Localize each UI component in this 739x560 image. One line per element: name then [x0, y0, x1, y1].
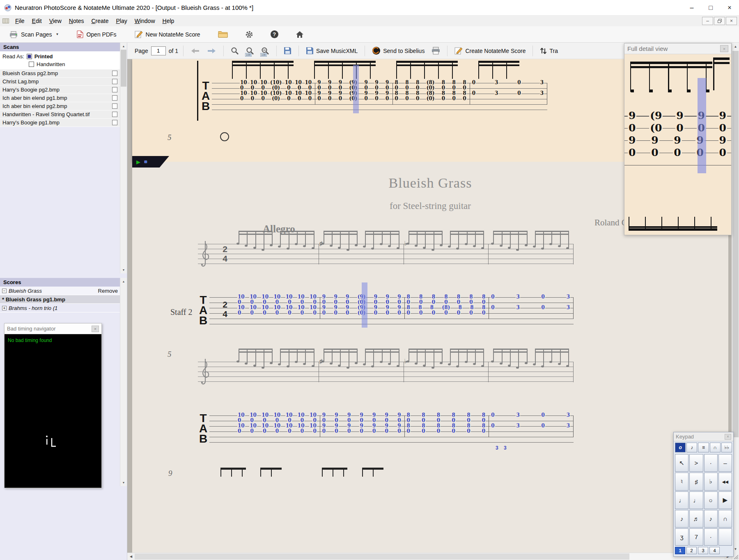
zoom-out-button[interactable]: 100: [259, 46, 271, 56]
menu-file[interactable]: File: [11, 16, 28, 25]
blank-button[interactable]: [718, 528, 732, 546]
zoom-tool-button[interactable]: [229, 46, 241, 56]
stop-icon[interactable]: ■: [144, 159, 147, 164]
scan-file-row[interactable]: Ich aber bin elend pg1.bmp: [0, 94, 120, 102]
scans-scrollbar[interactable]: ▲ ▼: [120, 43, 127, 273]
eighth-rest-button[interactable]: 7: [689, 528, 703, 546]
child-close-button[interactable]: ×: [726, 17, 737, 25]
scan-file-checkbox[interactable]: [112, 120, 117, 125]
natural-button[interactable]: ♮: [675, 473, 689, 490]
scores-scrollbar[interactable]: ▲ ▼: [120, 278, 127, 486]
help-button[interactable]: ?: [267, 28, 282, 40]
sharp-button[interactable]: ♯: [689, 473, 703, 490]
crotchet-button[interactable]: ♩: [689, 491, 703, 509]
dot-button[interactable]: ·: [704, 528, 718, 546]
menu-notes[interactable]: Notes: [65, 16, 88, 25]
scan-pages-button[interactable]: Scan Pages ▼: [5, 29, 63, 40]
scan-file-checkbox[interactable]: [112, 103, 117, 109]
scan-file-checkbox[interactable]: [112, 79, 117, 84]
scan-file-row[interactable]: Ich aber bin elend pg2.bmp: [0, 102, 120, 110]
send-to-sibelius-button[interactable]: Send to Sibelius: [370, 45, 427, 56]
staccato-button[interactable]: ·: [704, 454, 718, 472]
score-page-item[interactable]: * Blueish Grass pg1.bmp: [0, 295, 120, 304]
tab-barlines[interactable]: ≡: [698, 443, 709, 452]
horizontal-scrollbar[interactable]: ◀ ▶: [127, 553, 732, 560]
pointer-button[interactable]: ↖: [675, 454, 689, 472]
open-pdfs-button[interactable]: Open PDFs: [73, 28, 120, 40]
printed-checkbox[interactable]: [27, 54, 32, 59]
scroll-down-icon[interactable]: ▼: [120, 266, 127, 273]
scroll-down-icon[interactable]: ▼: [120, 479, 127, 486]
scan-file-row[interactable]: Harry's Boogie pg1.bmp: [0, 119, 120, 127]
scroll-left-icon[interactable]: ◀: [127, 553, 135, 560]
menu-play[interactable]: Play: [112, 16, 131, 25]
scan-file-checkbox[interactable]: [112, 87, 117, 92]
dropdown-caret-icon[interactable]: ▼: [56, 32, 59, 36]
eighth-note-button[interactable]: ♪: [675, 510, 689, 527]
whole-note-button[interactable]: ○: [704, 491, 718, 509]
score-item-brahms[interactable]: + Brahms - horn trio (1: [0, 304, 120, 312]
save-musicxml-button[interactable]: Save MusicXML: [304, 46, 360, 56]
next-page-button[interactable]: [205, 47, 218, 55]
zoom-in-button[interactable]: 100: [244, 46, 256, 56]
menu-help[interactable]: Help: [159, 16, 178, 25]
tenuto-button[interactable]: –: [718, 454, 732, 472]
score-item-blueish-grass[interactable]: − Blueish Grass Remove: [0, 287, 120, 295]
scan-file-checkbox[interactable]: [112, 71, 117, 76]
create-notateme-score-button[interactable]: Create NotateMe Score: [452, 46, 528, 56]
remove-button[interactable]: Remove: [98, 288, 118, 294]
sixteenth-note-button[interactable]: ♬: [689, 510, 703, 527]
voice-3-button[interactable]: 3: [698, 547, 708, 554]
full-detail-notation[interactable]: 9(99990(00009999900000: [624, 54, 731, 235]
voice-4-button[interactable]: 4: [709, 547, 720, 554]
print-button[interactable]: [429, 46, 442, 56]
close-icon[interactable]: ×: [725, 434, 731, 440]
scrollbar-thumb[interactable]: [121, 50, 126, 87]
tab-notes[interactable]: o: [675, 443, 686, 452]
tab-slurs[interactable]: ∩: [710, 443, 721, 452]
expand-icon[interactable]: +: [2, 306, 7, 310]
menu-view[interactable]: View: [46, 16, 65, 25]
scan-file-checkbox[interactable]: [112, 112, 117, 117]
child-restore-button[interactable]: [714, 17, 725, 25]
tab-beams[interactable]: ♪: [686, 443, 697, 452]
play-icon[interactable]: ▶: [136, 159, 140, 165]
scroll-up-icon[interactable]: ▲: [120, 43, 127, 50]
quarter-rest-button[interactable]: ʒ: [675, 528, 689, 546]
scan-file-row[interactable]: Blueish Grass pg2.bmp: [0, 69, 120, 78]
scrollbar-thumb[interactable]: [135, 553, 629, 560]
play-button[interactable]: ▶: [718, 491, 732, 509]
flat-button[interactable]: ♭: [704, 473, 718, 490]
menu-window[interactable]: Window: [131, 16, 159, 25]
scan-file-checkbox[interactable]: [112, 95, 117, 101]
new-notateme-score-button[interactable]: New NotateMe Score: [131, 28, 204, 40]
scan-file-row[interactable]: Handwritten - Ravel String Quartet.tif: [0, 110, 120, 119]
handwritten-checkbox[interactable]: [29, 62, 34, 67]
tab-accidentals[interactable]: ♭♭: [721, 443, 732, 452]
scan-file-row[interactable]: Christ Lag.bmp: [0, 78, 120, 86]
page-number-input[interactable]: [151, 46, 166, 55]
quaver-button[interactable]: ♪: [704, 510, 718, 527]
open-folder-button[interactable]: [214, 29, 232, 40]
collapse-icon[interactable]: −: [2, 289, 7, 293]
tie-button[interactable]: ∩: [718, 510, 732, 527]
save-button[interactable]: [282, 46, 294, 56]
bad-timing-display[interactable]: No bad timing found: [5, 334, 101, 488]
voice-1-button[interactable]: 1: [675, 547, 685, 554]
accent-button[interactable]: >: [689, 454, 703, 472]
scan-file-row[interactable]: Harry's Boogie pg2.bmp: [0, 86, 120, 94]
child-minimize-button[interactable]: –: [702, 17, 713, 25]
scrollbar-thumb[interactable]: [732, 51, 739, 437]
settings-button[interactable]: [241, 28, 257, 41]
scroll-up-icon[interactable]: ▲: [120, 278, 127, 285]
quarter-note-button[interactable]: ♩: [675, 491, 689, 509]
menu-edit[interactable]: Edit: [28, 16, 46, 25]
minimize-button[interactable]: –: [682, 0, 701, 16]
previous-page-button[interactable]: [188, 47, 202, 55]
rewind-button[interactable]: ◀◀: [718, 473, 732, 490]
scroll-up-icon[interactable]: ▲: [732, 43, 739, 50]
close-icon[interactable]: ×: [92, 326, 99, 332]
close-button[interactable]: ×: [720, 0, 739, 16]
close-icon[interactable]: ×: [720, 45, 728, 52]
transpose-button[interactable]: Tra: [538, 46, 560, 56]
